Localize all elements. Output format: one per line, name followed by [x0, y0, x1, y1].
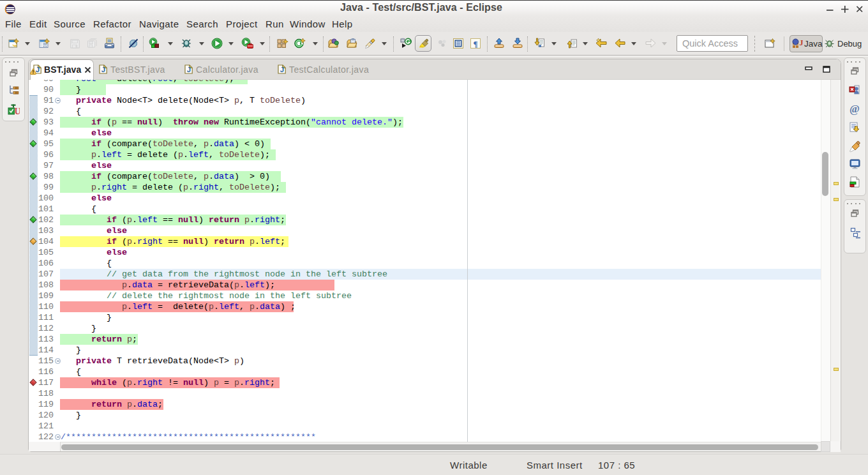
- svg-text:J: J: [800, 38, 804, 47]
- svg-text:J: J: [101, 66, 105, 73]
- svg-text:U: U: [15, 107, 20, 116]
- svg-text:¶: ¶: [473, 39, 477, 49]
- svg-text:J: J: [280, 66, 284, 73]
- svg-text:J: J: [187, 66, 191, 73]
